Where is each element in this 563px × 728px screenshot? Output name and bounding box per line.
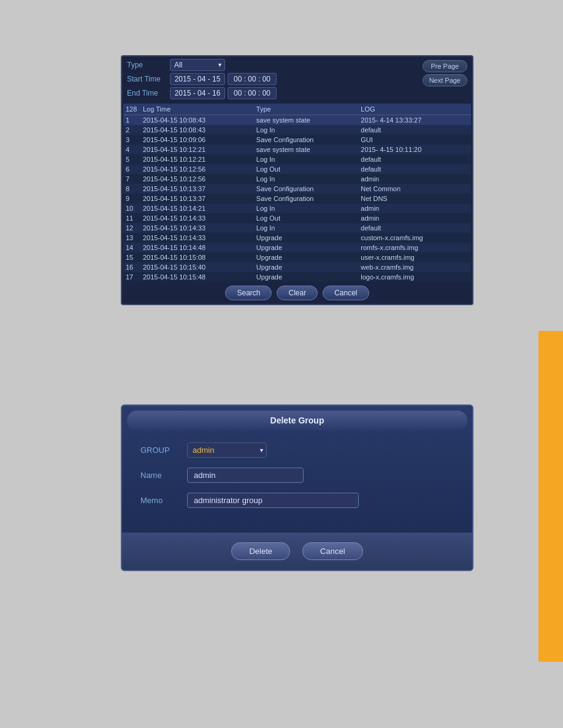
- row-type: Log Out: [254, 164, 358, 174]
- table-row[interactable]: 13 2015-04-15 10:14:33 Upgrade custom-x.…: [123, 233, 471, 243]
- row-log: user-x.cramfs.img: [358, 252, 471, 262]
- log-header-area: Type All Start Time End Time: [122, 56, 472, 104]
- row-type: Upgrade: [254, 243, 358, 252]
- row-log: default: [358, 154, 471, 164]
- row-num: 15: [123, 252, 140, 262]
- row-num: 3: [123, 135, 140, 145]
- row-time: 2015-04-15 10:08:43: [140, 115, 254, 126]
- memo-row: Memo: [140, 493, 454, 508]
- type-select[interactable]: All: [170, 59, 225, 71]
- row-log: admin: [358, 203, 471, 213]
- name-row: Name: [140, 468, 454, 483]
- row-time: 2015-04-15 10:12:56: [140, 174, 254, 184]
- table-row[interactable]: 8 2015-04-15 10:13:37 Save Configuration…: [123, 184, 471, 194]
- log-panel: Pre Page Next Page Type All Start Time E…: [121, 55, 473, 305]
- name-label: Name: [140, 471, 177, 480]
- delete-group-panel: Delete Group GROUP admin Name Memo Delet…: [121, 404, 473, 571]
- group-row: GROUP admin: [140, 442, 454, 458]
- row-time: 2015-04-15 10:09:06: [140, 135, 254, 145]
- row-log: Net DNS: [358, 194, 471, 203]
- cancel-delete-button[interactable]: Cancel: [302, 542, 362, 560]
- row-log: web-x.cramfs.img: [358, 262, 471, 272]
- table-row[interactable]: 6 2015-04-15 10:12:56 Log Out default: [123, 164, 471, 174]
- delete-title-bar: Delete Group: [127, 411, 467, 430]
- table-row[interactable]: 15 2015-04-15 10:15:08 Upgrade user-x.cr…: [123, 252, 471, 262]
- group-label: GROUP: [140, 446, 177, 455]
- group-select[interactable]: admin: [187, 442, 267, 458]
- end-time-label: End Time: [127, 89, 170, 97]
- table-row[interactable]: 9 2015-04-15 10:13:37 Save Configuration…: [123, 194, 471, 203]
- clear-button[interactable]: Clear: [277, 286, 318, 300]
- delete-footer: Delete Cancel: [122, 533, 472, 570]
- table-row[interactable]: 11 2015-04-15 10:14:33 Log Out admin: [123, 213, 471, 223]
- row-time: 2015-04-15 10:15:40: [140, 262, 254, 272]
- row-type: Upgrade: [254, 262, 358, 272]
- row-log: Net Common: [358, 184, 471, 194]
- col-log-header: LOG: [358, 104, 471, 115]
- row-type: Upgrade: [254, 233, 358, 243]
- row-num: 9: [123, 194, 140, 203]
- search-button[interactable]: Search: [225, 286, 272, 300]
- row-time: 2015-04-15 10:14:33: [140, 233, 254, 243]
- start-date-input[interactable]: [170, 73, 225, 85]
- row-log: 2015- 4-15 10:11:20: [358, 145, 471, 154]
- row-num: 6: [123, 164, 140, 174]
- table-row[interactable]: 10 2015-04-15 10:14:21 Log In admin: [123, 203, 471, 213]
- table-row[interactable]: 12 2015-04-15 10:14:33 Log In default: [123, 223, 471, 233]
- row-type: Upgrade: [254, 272, 358, 282]
- memo-input[interactable]: [187, 493, 359, 508]
- row-type: Log In: [254, 125, 358, 135]
- table-row[interactable]: 1 2015-04-15 10:08:43 save system state …: [123, 115, 471, 126]
- type-label: Type: [127, 61, 170, 69]
- table-row[interactable]: 17 2015-04-15 10:15:48 Upgrade logo-x.cr…: [123, 272, 471, 282]
- row-time: 2015-04-15 10:15:48: [140, 272, 254, 282]
- row-log: romfs-x.cramfs.img: [358, 243, 471, 252]
- col-num-header: 128: [123, 104, 140, 115]
- row-time: 2015-04-15 10:14:33: [140, 213, 254, 223]
- table-row[interactable]: 16 2015-04-15 10:15:40 Upgrade web-x.cra…: [123, 262, 471, 272]
- row-time: 2015-04-15 10:08:43: [140, 125, 254, 135]
- row-type: Save Configuration: [254, 135, 358, 145]
- type-select-wrapper[interactable]: All: [170, 59, 225, 71]
- row-log: admin: [358, 174, 471, 184]
- row-type: Log In: [254, 203, 358, 213]
- row-log: default: [358, 223, 471, 233]
- row-num: 5: [123, 154, 140, 164]
- row-num: 10: [123, 203, 140, 213]
- row-num: 2: [123, 125, 140, 135]
- log-table-area: 128 Log Time Type LOG 1 2015-04-15 10:08…: [123, 104, 471, 282]
- row-type: Save Configuration: [254, 194, 358, 203]
- end-date-input[interactable]: [170, 87, 225, 99]
- row-time: 2015-04-15 10:14:33: [140, 223, 254, 233]
- row-num: 12: [123, 223, 140, 233]
- row-num: 14: [123, 243, 140, 252]
- row-log: admin: [358, 213, 471, 223]
- row-time: 2015-04-15 10:12:56: [140, 164, 254, 174]
- table-row[interactable]: 2 2015-04-15 10:08:43 Log In default: [123, 125, 471, 135]
- row-num: 4: [123, 145, 140, 154]
- row-time: 2015-04-15 10:15:08: [140, 252, 254, 262]
- end-time-row: End Time: [127, 87, 467, 99]
- row-type: Save Configuration: [254, 184, 358, 194]
- row-num: 8: [123, 184, 140, 194]
- name-input[interactable]: [187, 468, 304, 483]
- row-num: 17: [123, 272, 140, 282]
- row-num: 13: [123, 233, 140, 243]
- row-type: Log In: [254, 154, 358, 164]
- table-row[interactable]: 7 2015-04-15 10:12:56 Log In admin: [123, 174, 471, 184]
- cancel-button[interactable]: Cancel: [323, 286, 369, 300]
- row-type: Log In: [254, 223, 358, 233]
- log-footer: Search Clear Cancel: [122, 282, 472, 304]
- table-row[interactable]: 4 2015-04-15 10:12:21 save system state …: [123, 145, 471, 154]
- row-type: Upgrade: [254, 252, 358, 262]
- table-row[interactable]: 3 2015-04-15 10:09:06 Save Configuration…: [123, 135, 471, 145]
- row-time: 2015-04-15 10:13:37: [140, 194, 254, 203]
- start-time-label: Start Time: [127, 75, 170, 83]
- start-time-input[interactable]: [228, 73, 277, 85]
- delete-button[interactable]: Delete: [231, 542, 290, 560]
- row-num: 16: [123, 262, 140, 272]
- table-row[interactable]: 14 2015-04-15 10:14:48 Upgrade romfs-x.c…: [123, 243, 471, 252]
- group-select-wrapper[interactable]: admin: [187, 442, 267, 458]
- end-time-input[interactable]: [228, 87, 277, 99]
- table-row[interactable]: 5 2015-04-15 10:12:21 Log In default: [123, 154, 471, 164]
